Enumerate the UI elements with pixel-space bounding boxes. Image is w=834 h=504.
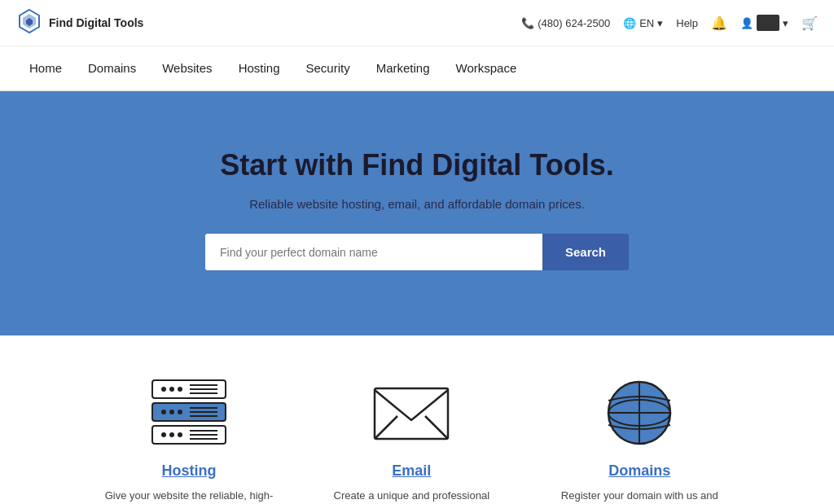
email-link[interactable]: Email (392, 462, 431, 480)
site-header: Find Digital Tools 📞 (480) 624-2500 🌐 EN… (0, 0, 834, 46)
language-selector[interactable]: 🌐 EN ▾ (623, 17, 663, 29)
hero-section: Start with Find Digital Tools. Reliable … (0, 91, 834, 335)
svg-point-18 (161, 432, 166, 437)
nav-item-workspace[interactable]: Workspace (443, 46, 530, 90)
notification-bell-icon[interactable]: 🔔 (711, 15, 727, 31)
email-desc: Create a unique and professional email (322, 488, 501, 504)
user-account[interactable]: 👤 ▾ (740, 15, 788, 31)
hero-subtitle: Reliable website hosting, email, and aff… (16, 197, 818, 211)
header-actions: 📞 (480) 624-2500 🌐 EN ▾ Help 🔔 👤 ▾ 🛒 (521, 15, 818, 31)
hero-title: Start with Find Digital Tools. (16, 148, 818, 182)
user-icon: 👤 (740, 17, 753, 29)
phone-icon: 📞 (521, 17, 534, 29)
svg-point-19 (169, 432, 174, 437)
nav-item-home[interactable]: Home (16, 46, 75, 90)
svg-point-12 (169, 410, 174, 414)
user-chevron-icon: ▾ (783, 17, 788, 29)
domain-search-bar: Search (205, 234, 629, 270)
domains-desc: Register your domain with us and receive (550, 488, 729, 504)
hosting-icon (144, 376, 234, 449)
nav-item-websites[interactable]: Websites (149, 46, 225, 90)
domain-search-input[interactable] (205, 234, 542, 270)
logo-icon (16, 8, 42, 37)
cart-icon[interactable]: 🛒 (801, 15, 818, 31)
domains-link[interactable]: Domains (608, 462, 670, 480)
email-icon (367, 376, 456, 449)
logo[interactable]: Find Digital Tools (16, 8, 143, 37)
svg-point-6 (178, 387, 182, 392)
hosting-link[interactable]: Hosting (161, 462, 216, 480)
user-avatar (757, 15, 779, 31)
svg-point-4 (161, 387, 166, 392)
chevron-down-icon: ▾ (657, 17, 663, 29)
svg-point-13 (178, 410, 182, 414)
nav-item-marketing[interactable]: Marketing (363, 46, 443, 90)
svg-point-20 (178, 432, 182, 437)
search-button[interactable]: Search (542, 234, 629, 270)
svg-rect-24 (375, 388, 448, 439)
phone-number: 📞 (480) 624-2500 (521, 17, 610, 29)
nav-item-hosting[interactable]: Hosting (226, 46, 293, 90)
svg-point-5 (169, 387, 174, 392)
logo-text: Find Digital Tools (49, 16, 143, 29)
nav-item-security[interactable]: Security (292, 46, 362, 90)
hosting-desc: Give your website the reliable, high- (105, 488, 274, 504)
help-link[interactable]: Help (676, 17, 698, 29)
domains-icon (595, 376, 684, 449)
nav-item-domains[interactable]: Domains (75, 46, 149, 90)
globe-icon: 🌐 (623, 17, 636, 29)
features-section: Hosting Give your website the reliable, … (0, 335, 834, 504)
feature-domains: Domains Register your domain with us and… (550, 376, 729, 504)
feature-hosting: Hosting Give your website the reliable, … (105, 376, 274, 504)
feature-email: Email Create a unique and professional e… (322, 376, 501, 504)
main-nav: Home Domains Websites Hosting Security M… (0, 46, 834, 91)
svg-point-11 (161, 410, 166, 414)
